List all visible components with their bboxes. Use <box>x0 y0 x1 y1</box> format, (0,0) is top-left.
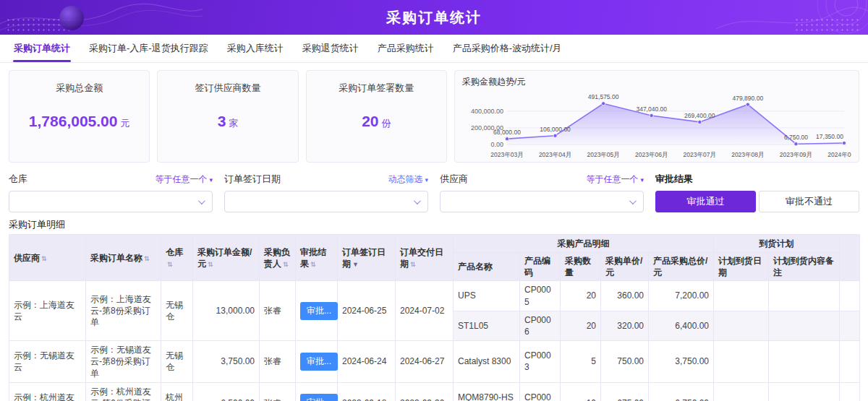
col-header-warehouse[interactable]: 仓库⇅ <box>161 235 193 281</box>
tab-purchase-return-stats[interactable]: 采购退货统计 <box>293 35 368 62</box>
sign-date-cell: 2024-06-25 <box>338 281 396 341</box>
svg-text:0.00: 0.00 <box>490 141 503 148</box>
table-row: 示例：上海道友云示例：上海道友云-第8份采购订单无锡仓13,000.00张睿审批… <box>9 281 860 311</box>
kpi-card-total-amount: 采购总金额 1,786,005.00元 <box>9 70 150 163</box>
col-label: 仓库 <box>166 247 183 257</box>
filter-order-sign-date: 订单签订日期 动态筛选▾ <box>224 173 428 212</box>
filter-dropdown-icon[interactable]: ▼ <box>352 261 359 268</box>
col-header-product-total[interactable]: 产品采购总价/元 <box>649 253 714 281</box>
arrival-date-cell <box>714 382 769 401</box>
tab-label: 产品采购统计 <box>378 42 434 55</box>
owner-cell: 张睿 <box>260 281 296 341</box>
filter-operator-link[interactable]: 动态筛选▾ <box>388 173 428 186</box>
chevron-down-icon: ▾ <box>640 176 644 184</box>
col-header-product-price[interactable]: 采购单价/元 <box>601 253 649 281</box>
approval-status-button[interactable]: 审批... <box>300 302 338 320</box>
filter-operator-link[interactable]: 等于任意一个▾ <box>155 173 213 186</box>
col-label: 采购订单名称 <box>90 253 142 263</box>
tab-order-inbound-return-tracking[interactable]: 采购订单-入库-退货执行跟踪 <box>80 35 218 62</box>
supplier-select[interactable] <box>440 191 644 212</box>
sort-icon[interactable]: ⇅ <box>410 261 416 268</box>
page-banner: 采购订单统计 <box>0 0 868 35</box>
col-header-order-name[interactable]: 采购订单名称⇅ <box>86 235 161 281</box>
col-header-arrival-note[interactable]: 计划到货内容备注 <box>769 253 840 281</box>
col-header-supplier[interactable]: 供应商⇅ <box>9 235 86 281</box>
order-name-cell: 示例：无锡道友云-第8份采购订单 <box>86 341 161 383</box>
table-scroll-area[interactable]: 供应商⇅ 采购订单名称⇅ 仓库⇅ 采购订单金额/元⇅ 采购负责人⇅ 审批结果⇅ … <box>0 234 868 401</box>
product-total-cell: 6,750.00 <box>649 382 714 401</box>
order-amount-cell: 3,750.00 <box>193 341 260 383</box>
product-qty-cell: 20 <box>561 311 601 340</box>
order-date-select[interactable] <box>224 191 428 212</box>
filter-supplier: 供应商 等于任意一个▾ <box>440 173 644 212</box>
product-price-cell: 675.00 <box>601 382 649 401</box>
tab-purchase-order-stats[interactable]: 采购订单统计 <box>4 35 80 62</box>
kpi-label: 采购订单签署数量 <box>339 82 414 95</box>
sort-icon[interactable]: ⇅ <box>283 261 289 268</box>
warehouse-select[interactable] <box>9 191 213 212</box>
product-price-cell: 360.00 <box>601 281 649 311</box>
delivery-date-cell: 2023-09-30 <box>396 382 454 401</box>
spacer-cell <box>840 281 860 311</box>
kpi-unit: 份 <box>382 118 391 129</box>
filter-label: 仓库 <box>9 173 27 186</box>
col-header-delivery-date[interactable]: 订单交付日期⇅ <box>396 235 454 281</box>
col-header-approval[interactable]: 审批结果⇅ <box>296 235 338 281</box>
sort-icon[interactable]: ⇅ <box>167 261 173 268</box>
col-header-order-amount[interactable]: 采购订单金额/元⇅ <box>193 235 260 281</box>
product-name-cell: MQM8790-HS2R <box>454 382 520 401</box>
svg-text:2023年08月: 2023年08月 <box>731 151 764 158</box>
kpi-label: 签订供应商数量 <box>195 82 260 95</box>
chevron-down-icon: ▾ <box>209 176 213 184</box>
order-name-cell: 示例：杭州道友云-第6份采购订单 <box>86 382 161 401</box>
filter-operator-link[interactable]: 等于任意一个▾ <box>586 173 644 186</box>
chevron-down-icon: ▾ <box>425 176 428 184</box>
col-header-arrival-date[interactable]: 计划到货日期 <box>714 253 769 281</box>
col-header-owner[interactable]: 采购负责人⇅ <box>260 235 296 281</box>
col-header-product-code[interactable]: 产品编码 <box>520 253 561 281</box>
tab-label: 采购入库统计 <box>227 42 284 55</box>
col-header-sign-date[interactable]: 订单签订日期▼ <box>338 235 396 281</box>
tab-label: 采购订单统计 <box>14 42 70 55</box>
table-row: 示例：无锡道友云示例：无锡道友云-第8份采购订单无锡仓3,750.00张睿审批.… <box>9 341 860 383</box>
sign-date-cell: 2024-06-24 <box>338 341 396 383</box>
filter-op-text: 等于任意一个 <box>586 174 638 184</box>
supplier-cell: 示例：无锡道友云 <box>9 341 86 383</box>
tab-product-purchase-stats[interactable]: 产品采购统计 <box>368 35 443 62</box>
col-label: 订单交付日期 <box>400 247 443 269</box>
filter-op-text: 等于任意一个 <box>155 174 207 184</box>
approval-reject-button[interactable]: 审批不通过 <box>759 191 859 212</box>
col-header-product-name[interactable]: 产品名称 <box>454 253 520 281</box>
decorative-dots-right <box>794 17 861 33</box>
kpi-number: 20 <box>362 113 378 129</box>
col-header-product-qty[interactable]: 采购数量 <box>561 253 601 281</box>
sort-icon[interactable]: ⇅ <box>41 255 47 262</box>
purchase-orders-table: 供应商⇅ 采购订单名称⇅ 仓库⇅ 采购订单金额/元⇅ 采购负责人⇅ 审批结果⇅ … <box>9 234 860 401</box>
svg-text:2023年03月: 2023年03月 <box>490 151 523 158</box>
filter-approval-result: 审批结果 审批通过 审批不通过 <box>655 173 859 212</box>
sort-icon[interactable]: ⇅ <box>310 261 316 268</box>
approval-status-button[interactable]: 审批... <box>300 394 338 401</box>
arrival-note-cell <box>769 341 840 383</box>
table-section-title: 采购订单明细 <box>0 218 868 234</box>
tab-purchase-inbound-stats[interactable]: 采购入库统计 <box>218 35 293 62</box>
sort-icon[interactable]: ⇅ <box>144 255 150 262</box>
kpi-number: 1,786,005.00 <box>29 113 118 129</box>
tab-price-fluctuation-monthly[interactable]: 产品采购价格-波动统计/月 <box>443 35 571 62</box>
approval-status-button[interactable]: 审批... <box>300 353 338 371</box>
svg-text:491,575.00: 491,575.00 <box>588 93 619 100</box>
filter-label: 审批结果 <box>655 173 693 186</box>
group-header-arrival-plan: 到货计划 <box>714 235 840 253</box>
svg-text:347,040.00: 347,040.00 <box>636 105 667 113</box>
table-row: 示例：杭州道友云示例：杭州道友云-第6份采购订单杭州仓6,500.00张睿审批.… <box>9 382 860 401</box>
decorative-sphere-icon <box>59 6 84 30</box>
svg-text:106,000.00: 106,000.00 <box>540 126 571 133</box>
product-code-cell: CP0006 <box>520 311 561 340</box>
arrival-note-cell <box>769 382 840 401</box>
product-name-cell: Catalyst 8300 <box>454 341 520 383</box>
sort-icon[interactable]: ⇅ <box>208 261 213 268</box>
arrival-note-cell <box>769 311 840 340</box>
approval-pass-button[interactable]: 审批通过 <box>655 191 756 212</box>
arrival-date-cell <box>714 341 769 383</box>
product-name-cell: ST1L05 <box>454 311 520 340</box>
